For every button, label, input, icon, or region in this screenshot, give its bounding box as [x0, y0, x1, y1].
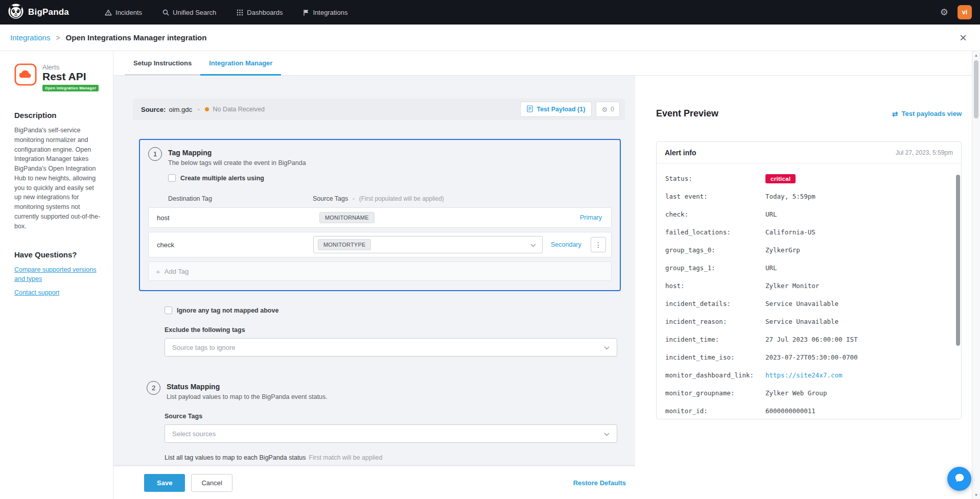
alert-info-key: monitor_dashboard_link: [665, 371, 765, 379]
status-mapping-title: Status Mapping [167, 381, 328, 391]
tag-mapping-section: 1 Tag Mapping The below tags will create… [139, 139, 621, 291]
alert-info-row: Status: critical [665, 170, 948, 187]
integration-sidebar: Alerts Rest API Open Integration Manager… [0, 51, 113, 499]
oim-badge: Open Integration Manager [42, 85, 99, 91]
status-source-tags-select[interactable]: Select sources [165, 424, 617, 443]
alert-info-row: check: URL [665, 205, 948, 223]
alert-info-key: monitor_groupname: [665, 389, 765, 397]
description-text: BigPanda's self-service monitoring norma… [14, 126, 103, 231]
alert-info-row: monitor_groupname: Zylker Web Group [665, 384, 948, 402]
nav-item-label: Integrations [313, 9, 347, 16]
event-preview-header: Event Preview ⇄ Test payloads view [656, 108, 962, 119]
chevron-down-icon [530, 240, 536, 249]
add-tag-button[interactable]: + Add Tag [148, 262, 612, 281]
status-source-placeholder: Select sources [172, 430, 216, 438]
ignore-unmapped-row: Ignore any tag not mapped above [165, 306, 625, 314]
tab-integration-manager[interactable]: Integration Manager [200, 51, 281, 75]
alert-info-value: https://site24x7.com [765, 371, 843, 379]
swap-arrows-icon: ⇄ [892, 110, 898, 117]
nav-item-incidents[interactable]: Incidents [105, 9, 142, 16]
dot-separator: • [353, 196, 355, 202]
card-scrollbar[interactable] [955, 165, 960, 417]
tab-setup-instructions[interactable]: Setup Instructions [125, 51, 200, 75]
alert-info-key: monitor_id: [665, 407, 765, 415]
nav-item-label: Unified Search [173, 9, 216, 16]
tag-mapping-row-host: host MONITORNAME Primary [148, 207, 612, 228]
page-scrollbar[interactable]: ▲ ▼ [972, 51, 980, 499]
alert-info-row: incident_details: Service Unavailable [665, 295, 948, 313]
destination-tag-value[interactable]: check [157, 241, 313, 249]
monitortype-tag-chip: MONITORTYPE [318, 239, 371, 250]
alert-info-value: Today, 5:59pm [765, 193, 815, 200]
row-options-kebab-button[interactable]: ⋮ [591, 237, 606, 252]
compare-versions-link[interactable]: Compare supported versions and types [14, 266, 103, 283]
nav-item-label: Dashboards [247, 9, 283, 16]
scroll-up-arrow-icon[interactable]: ▲ [972, 51, 980, 59]
alert-info-rows: Status: critical last event: Today, 5:59… [657, 163, 961, 419]
alert-timestamp: Jul 27, 2023, 5:59pm [896, 149, 953, 156]
card-scrollbar-thumb[interactable] [956, 175, 960, 346]
settings-gear-icon[interactable]: ⚙ [940, 8, 948, 17]
page-scrollbar-thumb[interactable] [974, 60, 978, 118]
secondary-role-label[interactable]: Secondary [551, 241, 591, 248]
alert-info-row: monitor_dashboard_link: https://site24x7… [665, 366, 948, 384]
monitorname-tag-chip: MONITORNAME [319, 212, 375, 223]
create-multiple-alerts-checkbox[interactable] [168, 174, 176, 182]
alert-info-row: incident_time: 27 Jul 2023 06:00:00 IST [665, 330, 948, 348]
cancel-button[interactable]: Cancel [191, 474, 232, 492]
step-1-header: 1 Tag Mapping The below tags will create… [148, 147, 612, 167]
monitortype-select[interactable]: MONITORTYPE [313, 236, 543, 253]
contact-support-link[interactable]: Contact support [14, 289, 103, 298]
page-title: Open Integrations Manager integration [66, 33, 207, 42]
source-tags-header: Source Tags [313, 195, 348, 202]
alert-info-value: 6000000000011 [765, 407, 815, 415]
alert-info-row: last event: Today, 5:59pm [665, 187, 948, 205]
nav-item-unified-search[interactable]: Unified Search [162, 9, 216, 16]
alert-info-value: URL [765, 264, 777, 272]
hint-sub: First match will be applied [309, 454, 383, 461]
status-mapping-subtitle: List payload values to map to the BigPan… [167, 393, 328, 400]
exclude-tags-placeholder: Source tags to ignore [172, 344, 236, 351]
grid-dots-icon [237, 9, 243, 16]
chat-widget-button[interactable] [947, 467, 971, 491]
chevron-down-icon [604, 429, 610, 438]
source-value: oim.gdc [169, 106, 192, 113]
tabs-strip: Setup Instructions Integration Manager [113, 51, 980, 76]
scroll-down-arrow-icon[interactable]: ▼ [972, 491, 980, 499]
ignore-unmapped-checkbox[interactable] [165, 306, 172, 314]
monitor-dashboard-link[interactable]: https://site24x7.com [765, 371, 843, 379]
nav-right: ⚙ vi [940, 5, 972, 19]
dot-separator: • [198, 107, 200, 112]
exclude-tags-select[interactable]: Source tags to ignore [165, 338, 617, 357]
source-bar: Source: oim.gdc • No Data Received Test … [133, 99, 625, 120]
alert-info-key: incident_details: [665, 300, 765, 307]
nav-item-integrations[interactable]: Integrations [303, 9, 347, 16]
alert-info-value: Zylker Web Group [765, 389, 827, 397]
alert-info-row: group_tags_0: ZylkerGrp [665, 241, 948, 259]
save-button[interactable]: Save [144, 474, 185, 492]
breadcrumb-integrations-link[interactable]: Integrations [10, 33, 50, 42]
restore-defaults-link[interactable]: Restore Defaults [573, 479, 626, 487]
nav-item-dashboards[interactable]: Dashboards [237, 9, 283, 16]
description-heading: Description [14, 111, 103, 120]
alert-info-value: 27 Jul 2023 06:00:00 IST [765, 336, 858, 343]
test-payload-label: Test Payload (1) [536, 106, 585, 113]
critical-status-badge: critical [765, 174, 796, 183]
close-icon[interactable]: × [960, 32, 967, 44]
payload-counter-button[interactable]: ⚙ 0 [596, 102, 620, 117]
breadcrumb: Integrations > Open Integrations Manager… [0, 25, 980, 51]
destination-tag-value[interactable]: host [157, 214, 313, 222]
alert-info-card-header: Alert info Jul 27, 2023, 5:59pm [657, 142, 961, 163]
first-populated-hint: (First populated will be applied) [359, 195, 444, 202]
test-payloads-view-link[interactable]: ⇄ Test payloads view [892, 110, 962, 117]
alert-info-card: Alert info Jul 27, 2023, 5:59pm Status: … [656, 141, 962, 419]
alert-info-value: Zylker Monitor [765, 282, 819, 290]
test-payload-button[interactable]: Test Payload (1) [520, 102, 592, 117]
alert-info-value: Service Unavailable [765, 318, 838, 325]
form-footer: Save Cancel Restore Defaults [113, 466, 635, 499]
alert-info-key: incident_time_iso: [665, 353, 765, 361]
bigpanda-logo[interactable]: BigPanda [8, 4, 69, 21]
user-avatar[interactable]: vi [958, 5, 972, 19]
step-2-badge: 2 [147, 381, 160, 395]
primary-role-label[interactable]: Primary [580, 214, 606, 221]
